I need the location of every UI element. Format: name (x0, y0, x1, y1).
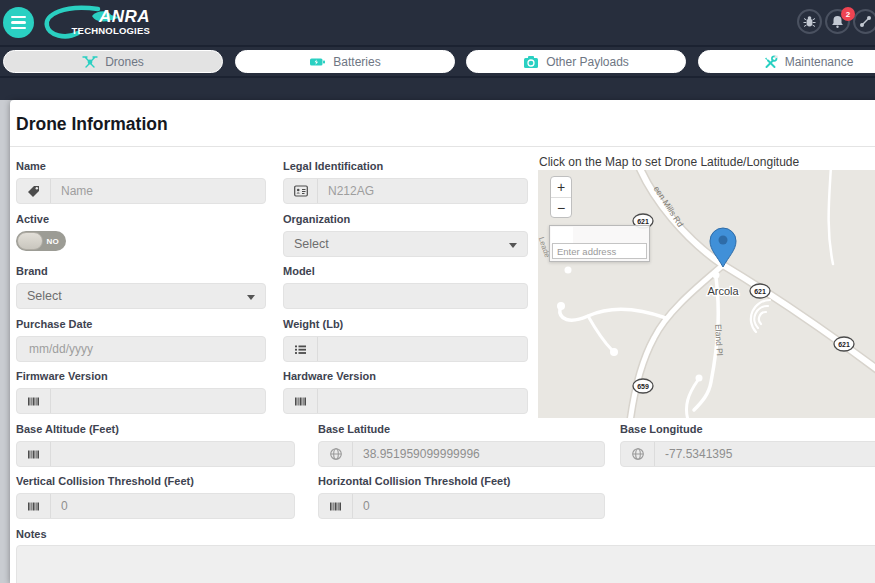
battery-icon (309, 55, 326, 69)
weight-field-group: Weight (Lb) (283, 318, 528, 362)
organization-selected-value: Select (294, 237, 329, 251)
base-longitude-label: Base Longitude (620, 423, 875, 435)
active-toggle[interactable]: NO (16, 231, 66, 251)
zoom-out-button[interactable]: − (551, 197, 571, 217)
barcode-icon (319, 494, 353, 518)
base-latitude-input[interactable] (353, 447, 604, 461)
legal-id-input-box (283, 178, 528, 204)
svg-text:621: 621 (838, 341, 850, 348)
legal-id-label: Legal Identification (283, 160, 528, 172)
globe-icon (621, 442, 655, 466)
base-altitude-field-group: Base Altitude (Feet) (16, 423, 295, 467)
weight-input[interactable] (318, 342, 527, 356)
organization-field-group: Organization Select (283, 213, 528, 257)
notes-textarea[interactable] (16, 545, 875, 583)
horizontal-collision-label: Horizontal Collision Threshold (Feet) (318, 475, 605, 487)
vertical-collision-input[interactable] (51, 499, 294, 513)
brand-subname: TECHNOLOGIES (72, 25, 150, 36)
base-latitude-label: Base Latitude (318, 423, 605, 435)
chevron-down-icon (247, 295, 255, 300)
legal-id-input[interactable] (318, 184, 527, 198)
firmware-input-box (16, 388, 266, 414)
title-divider (10, 146, 875, 147)
route-shield-621-b: 621 (750, 284, 770, 298)
hamburger-icon (11, 16, 26, 19)
weight-input-box (283, 336, 528, 362)
zoom-in-button[interactable]: + (551, 177, 571, 197)
base-altitude-input[interactable] (51, 447, 294, 461)
bug-button[interactable] (797, 9, 822, 34)
globe-icon (319, 442, 353, 466)
brand-field-group: Brand Select (16, 265, 266, 309)
purchase-date-label: Purchase Date (16, 318, 266, 330)
horizontal-collision-field-group: Horizontal Collision Threshold (Feet) (318, 475, 605, 519)
horizontal-collision-input[interactable] (353, 499, 604, 513)
share-button[interactable] (853, 9, 875, 34)
model-input[interactable] (284, 289, 527, 303)
base-latitude-input-box (318, 441, 605, 467)
drone-icon (82, 55, 98, 69)
brand-name: ANRA (98, 7, 150, 26)
name-input[interactable] (51, 184, 265, 198)
active-field-group: Active NO (16, 213, 266, 251)
tabbar-divider (0, 76, 875, 78)
purchase-date-input[interactable] (17, 342, 265, 356)
svg-text:621: 621 (754, 288, 766, 295)
tab-maintenance[interactable]: Maintenance (698, 50, 875, 73)
bug-icon (803, 15, 816, 28)
tab-batteries[interactable]: Batteries (235, 50, 455, 73)
chevron-down-icon (509, 243, 517, 248)
brand-selected-value: Select (27, 289, 62, 303)
barcode-icon (17, 389, 51, 413)
firmware-field-group: Firmware Version (16, 370, 266, 414)
brand-select[interactable]: Select (16, 283, 266, 309)
camera-icon (523, 55, 539, 69)
base-longitude-field-group: Base Longitude (620, 423, 875, 467)
location-map[interactable]: een Mills Rd Eland Pl Leade 621 621 621 (538, 170, 875, 418)
model-input-box (283, 283, 528, 309)
model-label: Model (283, 265, 528, 277)
tab-drones[interactable]: Drones (3, 50, 223, 73)
tag-icon (17, 179, 51, 203)
tab-label: Other Payloads (546, 55, 629, 69)
tab-label: Batteries (333, 55, 380, 69)
barcode-icon (17, 442, 51, 466)
tab-label: Drones (105, 55, 144, 69)
barcode-icon (284, 389, 318, 413)
map-geocoder (549, 225, 650, 262)
notes-label: Notes (16, 528, 47, 540)
map-zoom-control: + − (550, 176, 572, 218)
name-label: Name (16, 160, 266, 172)
tab-label: Maintenance (785, 55, 854, 69)
map-instruction-text: Click on the Map to set Drone Latitude/L… (539, 155, 799, 169)
purchase-date-field-group: Purchase Date (16, 318, 266, 362)
town-label-arcola: Arcola (707, 285, 739, 297)
route-shield-659: 659 (633, 379, 653, 393)
tools-icon (763, 55, 778, 69)
vertical-collision-input-box (16, 493, 295, 519)
base-latitude-field-group: Base Latitude (318, 423, 605, 467)
geocoder-button[interactable] (551, 227, 573, 244)
base-longitude-input-box (620, 441, 875, 467)
notification-count-badge: 2 (841, 7, 855, 21)
organization-select[interactable]: Select (283, 231, 528, 257)
active-label: Active (16, 213, 266, 225)
drone-management-app: ANRA TECHNOLOGIES 2 (0, 0, 875, 583)
toggle-state-label: NO (46, 237, 59, 246)
name-input-box (16, 178, 266, 204)
menu-button[interactable] (3, 7, 34, 38)
firmware-input[interactable] (51, 394, 265, 408)
address-search-input[interactable] (552, 243, 647, 259)
vertical-collision-field-group: Vertical Collision Threshold (Feet) (16, 475, 295, 519)
id-card-icon (284, 179, 318, 203)
list-icon (284, 337, 318, 361)
purchase-date-input-box (16, 336, 266, 362)
tab-other-payloads[interactable]: Other Payloads (466, 50, 686, 73)
brand-label: Brand (16, 265, 266, 277)
vertical-collision-label: Vertical Collision Threshold (Feet) (16, 475, 295, 487)
toggle-knob (17, 232, 43, 250)
hardware-input[interactable] (318, 394, 527, 408)
svg-text:621: 621 (637, 218, 649, 225)
notes-field-group: Notes (16, 528, 47, 546)
base-longitude-input[interactable] (655, 447, 875, 461)
